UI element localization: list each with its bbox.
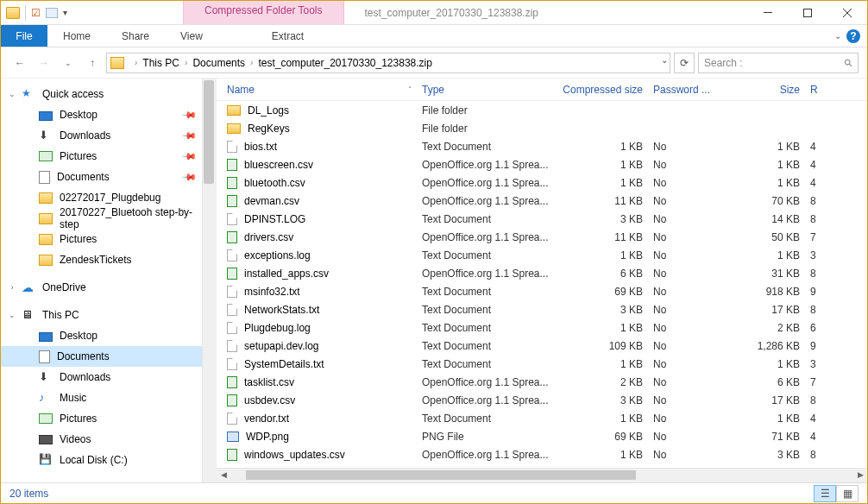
- file-row[interactable]: bluescreen.csv OpenOffice.org 1.1 Sprea.…: [217, 155, 867, 173]
- nav-quick-access[interactable]: ⌄ ★ Quick access: [1, 84, 216, 104]
- column-header-ratio[interactable]: R: [810, 84, 827, 96]
- nav-scrollbar[interactable]: [202, 79, 216, 482]
- file-ratio: 8: [810, 394, 827, 406]
- nav-up-button[interactable]: ↑: [82, 57, 103, 69]
- nav-item[interactable]: Desktop: [1, 325, 216, 346]
- nav-item[interactable]: Music: [1, 387, 216, 408]
- horizontal-scrollbar[interactable]: ◀ ▶: [217, 468, 867, 482]
- nav-item[interactable]: Pictures: [1, 408, 216, 429]
- chevron-right-icon[interactable]: ›: [247, 58, 256, 67]
- qat-newfolder-icon[interactable]: [46, 8, 58, 18]
- nav-item[interactable]: Desktop 📌: [1, 104, 216, 125]
- chevron-down-icon[interactable]: ⌄: [8, 311, 16, 319]
- file-row[interactable]: DPINST.LOG Text Document 3 KB No 14 KB 8: [217, 210, 867, 228]
- csv-icon: [227, 394, 237, 406]
- file-type: Text Document: [422, 358, 558, 370]
- pin-icon: 📌: [180, 148, 197, 164]
- txt-icon: [227, 286, 237, 298]
- scroll-right-icon[interactable]: ▶: [853, 469, 867, 482]
- file-row[interactable]: SystemDetails.txt Text Document 1 KB No …: [217, 355, 867, 373]
- file-row[interactable]: exceptions.log Text Document 1 KB No 1 K…: [217, 246, 867, 264]
- chevron-right-icon[interactable]: ›: [131, 58, 141, 67]
- file-type: File folder: [422, 123, 558, 135]
- file-compressed-size: 11 KB: [558, 231, 653, 243]
- file-name: RegKeys: [248, 123, 290, 135]
- file-tab[interactable]: File: [1, 25, 47, 47]
- nav-item-label: 20170227_Bluetooh step-by-step: [60, 206, 211, 230]
- nav-item[interactable]: 20170227_Bluetooh step-by-step: [1, 208, 216, 229]
- nav-back-button[interactable]: ←: [9, 57, 30, 69]
- breadcrumb-part[interactable]: Documents: [192, 57, 245, 69]
- nav-scrollbar-thumb[interactable]: [204, 80, 214, 184]
- file-row[interactable]: windows_updates.csv OpenOffice.org 1.1 S…: [217, 445, 867, 463]
- tab-share[interactable]: Share: [106, 25, 165, 47]
- column-header-password[interactable]: Password ...: [653, 84, 724, 96]
- file-type: OpenOffice.org 1.1 Sprea...: [422, 231, 558, 243]
- column-header-type[interactable]: Type: [422, 84, 558, 96]
- window-title: test_computer_20170330_123838.zip: [365, 7, 748, 19]
- view-large-icons-button[interactable]: ▦: [836, 485, 859, 502]
- view-details-button[interactable]: ☰: [814, 485, 836, 502]
- breadcrumb-dropdown-icon[interactable]: ⌄: [661, 55, 668, 65]
- refresh-button[interactable]: ⟳: [674, 53, 695, 73]
- nav-item[interactable]: Local Disk (C:): [1, 450, 216, 470]
- file-compressed-size: 1 KB: [558, 413, 653, 425]
- qat-properties-icon[interactable]: ☑: [31, 7, 41, 19]
- file-row[interactable]: Plugdebug.log Text Document 1 KB No 2 KB…: [217, 318, 867, 337]
- help-icon[interactable]: ?: [846, 29, 860, 43]
- file-row[interactable]: WDP.png PNG File 69 KB No 71 KB 4: [217, 427, 867, 445]
- file-row[interactable]: installed_apps.csv OpenOffice.org 1.1 Sp…: [217, 264, 867, 282]
- file-row[interactable]: RegKeys File folder: [217, 119, 867, 137]
- music-icon: [39, 391, 53, 405]
- file-compressed-size: 3 KB: [558, 213, 653, 225]
- file-name: bios.txt: [244, 141, 277, 153]
- nav-recent-icon[interactable]: ⌄: [58, 59, 79, 67]
- nav-item[interactable]: ZendeskTickets: [1, 249, 216, 270]
- qat-customize-icon[interactable]: ▾: [63, 8, 67, 17]
- file-row[interactable]: tasklist.csv OpenOffice.org 1.1 Sprea...…: [217, 373, 867, 391]
- nav-item[interactable]: Documents 📌: [1, 167, 216, 187]
- file-row[interactable]: bios.txt Text Document 1 KB No 1 KB 4: [217, 137, 867, 155]
- content-pane: Name ˄ Type Compressed size Password ...…: [217, 79, 867, 482]
- maximize-button[interactable]: [788, 1, 827, 25]
- file-row[interactable]: setupapi.dev.log Text Document 109 KB No…: [217, 337, 867, 355]
- file-row[interactable]: msinfo32.txt Text Document 69 KB No 918 …: [217, 282, 867, 300]
- search-input[interactable]: Search : ⚲: [698, 53, 859, 73]
- file-row[interactable]: DL_Logs File folder: [217, 101, 867, 119]
- column-header-compressed-size[interactable]: Compressed size: [558, 84, 653, 96]
- chevron-right-icon[interactable]: ›: [181, 58, 191, 67]
- nav-item[interactable]: Videos: [1, 429, 216, 450]
- file-compressed-size: 1 KB: [558, 159, 653, 171]
- nav-item[interactable]: Pictures: [1, 229, 216, 249]
- chevron-down-icon[interactable]: ⌄: [8, 90, 16, 98]
- close-button[interactable]: [827, 1, 867, 25]
- chevron-right-icon[interactable]: ›: [8, 283, 16, 292]
- nav-this-pc[interactable]: ⌄ This PC: [1, 305, 216, 325]
- nav-item[interactable]: Documents: [1, 346, 216, 367]
- breadcrumb-part[interactable]: This PC: [142, 57, 179, 69]
- nav-item[interactable]: 02272017_Plugdebug: [1, 187, 216, 208]
- nav-item[interactable]: Pictures 📌: [1, 146, 216, 167]
- column-header-size[interactable]: Size: [724, 84, 810, 96]
- nav-item[interactable]: Downloads: [1, 367, 216, 387]
- file-row[interactable]: vendor.txt Text Document 1 KB No 1 KB 4: [217, 409, 867, 427]
- ribbon-expand-icon[interactable]: ⌄: [834, 31, 841, 41]
- file-row[interactable]: devman.csv OpenOffice.org 1.1 Sprea... 1…: [217, 192, 867, 210]
- scrollbar-thumb[interactable]: [246, 470, 636, 480]
- tab-view[interactable]: View: [165, 25, 218, 47]
- file-row[interactable]: drivers.csv OpenOffice.org 1.1 Sprea... …: [217, 228, 867, 246]
- file-row[interactable]: usbdev.csv OpenOffice.org 1.1 Sprea... 3…: [217, 391, 867, 409]
- minimize-button[interactable]: [748, 1, 788, 25]
- file-row[interactable]: NetworkStats.txt Text Document 3 KB No 1…: [217, 300, 867, 318]
- nav-onedrive[interactable]: › OneDrive: [1, 277, 216, 298]
- nav-forward-button[interactable]: →: [34, 57, 54, 69]
- tab-extract[interactable]: Extract: [272, 25, 304, 47]
- scroll-left-icon[interactable]: ◀: [217, 469, 230, 482]
- file-row[interactable]: bluetooth.csv OpenOffice.org 1.1 Sprea..…: [217, 173, 867, 192]
- quick-access-toolbar: ☑ ▾: [1, 5, 72, 21]
- tab-home[interactable]: Home: [47, 25, 106, 47]
- nav-item[interactable]: Downloads 📌: [1, 125, 216, 146]
- column-header-name[interactable]: Name ˄: [227, 84, 422, 96]
- breadcrumb-part[interactable]: test_computer_20170330_123838.zip: [258, 57, 432, 69]
- breadcrumb[interactable]: › This PC › Documents › test_computer_20…: [106, 53, 670, 73]
